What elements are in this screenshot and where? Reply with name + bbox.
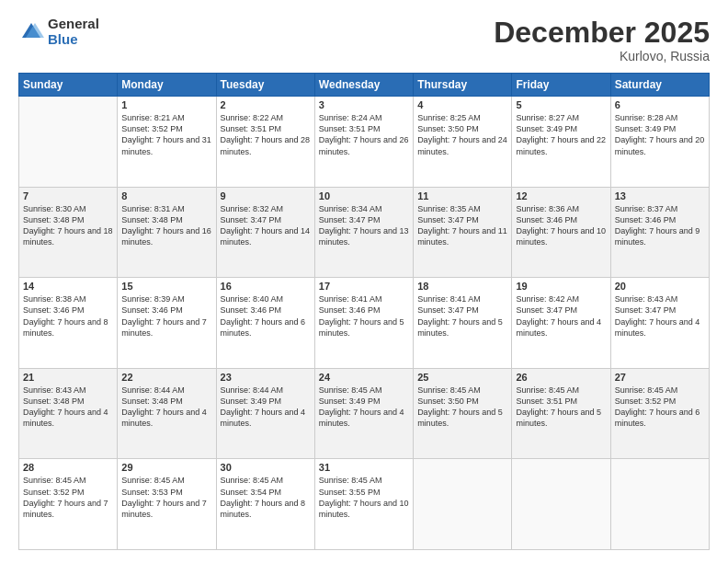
table-row: 19Sunrise: 8:42 AMSunset: 3:47 PMDayligh… — [512, 278, 610, 369]
table-row: 16Sunrise: 8:40 AMSunset: 3:46 PMDayligh… — [216, 278, 314, 369]
table-row: 6Sunrise: 8:28 AMSunset: 3:49 PMDaylight… — [610, 97, 709, 188]
table-row: 15Sunrise: 8:39 AMSunset: 3:46 PMDayligh… — [118, 278, 216, 369]
table-row: 12Sunrise: 8:36 AMSunset: 3:46 PMDayligh… — [512, 187, 610, 278]
day-number: 26 — [516, 372, 606, 383]
col-sunday: Sunday — [19, 74, 118, 97]
day-number: 17 — [319, 281, 409, 292]
header-row: Sunday Monday Tuesday Wednesday Thursday… — [19, 74, 710, 97]
day-number: 5 — [516, 99, 606, 110]
cell-info: Sunrise: 8:21 AMSunset: 3:52 PMDaylight:… — [121, 112, 211, 157]
day-number: 14 — [23, 281, 113, 292]
col-thursday: Thursday — [414, 74, 512, 97]
cell-info: Sunrise: 8:45 AMSunset: 3:49 PMDaylight:… — [319, 385, 409, 430]
day-number: 15 — [121, 281, 211, 292]
table-row: 17Sunrise: 8:41 AMSunset: 3:46 PMDayligh… — [314, 278, 413, 369]
table-row: 23Sunrise: 8:44 AMSunset: 3:49 PMDayligh… — [216, 368, 314, 459]
cell-info: Sunrise: 8:41 AMSunset: 3:47 PMDaylight:… — [417, 293, 507, 339]
table-row: 21Sunrise: 8:43 AMSunset: 3:48 PMDayligh… — [19, 368, 118, 459]
cell-info: Sunrise: 8:45 AMSunset: 3:53 PMDaylight:… — [121, 475, 211, 520]
day-number: 11 — [417, 190, 507, 201]
cell-info: Sunrise: 8:38 AMSunset: 3:46 PMDaylight:… — [23, 293, 113, 339]
table-row — [414, 459, 512, 550]
day-number: 12 — [516, 190, 606, 201]
logo-general-text: General — [48, 17, 99, 32]
logo: General Blue — [18, 17, 99, 47]
cell-info: Sunrise: 8:45 AMSunset: 3:52 PMDaylight:… — [615, 385, 705, 430]
cell-info: Sunrise: 8:30 AMSunset: 3:48 PMDaylight:… — [23, 203, 113, 248]
cell-info: Sunrise: 8:44 AMSunset: 3:49 PMDaylight:… — [221, 385, 311, 430]
table-row: 11Sunrise: 8:35 AMSunset: 3:47 PMDayligh… — [414, 187, 512, 278]
location: Kurlovo, Russia — [494, 49, 710, 63]
day-number: 29 — [121, 462, 211, 473]
table-row: 1Sunrise: 8:21 AMSunset: 3:52 PMDaylight… — [118, 97, 216, 188]
calendar-week-4: 21Sunrise: 8:43 AMSunset: 3:48 PMDayligh… — [19, 368, 710, 459]
table-row — [512, 459, 610, 550]
col-wednesday: Wednesday — [314, 74, 413, 97]
logo-icon — [18, 19, 44, 45]
cell-info: Sunrise: 8:42 AMSunset: 3:47 PMDaylight:… — [516, 293, 606, 339]
cell-info: Sunrise: 8:45 AMSunset: 3:50 PMDaylight:… — [417, 385, 507, 430]
day-number: 21 — [23, 372, 113, 383]
day-number: 10 — [319, 190, 409, 201]
day-number: 31 — [319, 462, 409, 473]
table-row: 10Sunrise: 8:34 AMSunset: 3:47 PMDayligh… — [314, 187, 413, 278]
day-number: 8 — [121, 190, 211, 201]
day-number: 4 — [417, 99, 507, 110]
cell-info: Sunrise: 8:45 AMSunset: 3:55 PMDaylight:… — [319, 475, 409, 520]
cell-info: Sunrise: 8:39 AMSunset: 3:46 PMDaylight:… — [121, 293, 211, 339]
cell-info: Sunrise: 8:36 AMSunset: 3:46 PMDaylight:… — [516, 203, 606, 248]
day-number: 28 — [23, 462, 113, 473]
cell-info: Sunrise: 8:43 AMSunset: 3:48 PMDaylight:… — [23, 385, 113, 430]
top-section: General Blue December 2025 Kurlovo, Russ… — [18, 17, 710, 63]
cell-info: Sunrise: 8:24 AMSunset: 3:51 PMDaylight:… — [319, 112, 409, 157]
day-number: 13 — [615, 190, 705, 201]
table-row — [19, 97, 118, 188]
table-row: 3Sunrise: 8:24 AMSunset: 3:51 PMDaylight… — [314, 97, 413, 188]
table-row — [610, 459, 709, 550]
table-row: 25Sunrise: 8:45 AMSunset: 3:50 PMDayligh… — [414, 368, 512, 459]
table-row: 18Sunrise: 8:41 AMSunset: 3:47 PMDayligh… — [414, 278, 512, 369]
day-number: 7 — [23, 190, 113, 201]
day-number: 24 — [319, 372, 409, 383]
day-number: 27 — [615, 372, 705, 383]
day-number: 2 — [221, 99, 311, 110]
table-row: 5Sunrise: 8:27 AMSunset: 3:49 PMDaylight… — [512, 97, 610, 188]
cell-info: Sunrise: 8:40 AMSunset: 3:46 PMDaylight:… — [221, 293, 311, 339]
day-number: 18 — [417, 281, 507, 292]
col-monday: Monday — [118, 74, 216, 97]
day-number: 25 — [417, 372, 507, 383]
day-number: 23 — [221, 372, 311, 383]
table-row: 20Sunrise: 8:43 AMSunset: 3:47 PMDayligh… — [610, 278, 709, 369]
table-row: 9Sunrise: 8:32 AMSunset: 3:47 PMDaylight… — [216, 187, 314, 278]
calendar-week-5: 28Sunrise: 8:45 AMSunset: 3:52 PMDayligh… — [19, 459, 710, 550]
col-tuesday: Tuesday — [216, 74, 314, 97]
logo-blue-text: Blue — [48, 32, 99, 48]
cell-info: Sunrise: 8:35 AMSunset: 3:47 PMDaylight:… — [417, 203, 507, 248]
calendar-week-1: 1Sunrise: 8:21 AMSunset: 3:52 PMDaylight… — [19, 97, 710, 188]
table-row: 30Sunrise: 8:45 AMSunset: 3:54 PMDayligh… — [216, 459, 314, 550]
table-row: 13Sunrise: 8:37 AMSunset: 3:46 PMDayligh… — [610, 187, 709, 278]
table-row: 28Sunrise: 8:45 AMSunset: 3:52 PMDayligh… — [19, 459, 118, 550]
col-friday: Friday — [512, 74, 610, 97]
table-row: 8Sunrise: 8:31 AMSunset: 3:48 PMDaylight… — [118, 187, 216, 278]
title-section: December 2025 Kurlovo, Russia — [494, 17, 710, 63]
day-number: 1 — [121, 99, 211, 110]
col-saturday: Saturday — [610, 74, 709, 97]
day-number: 22 — [121, 372, 211, 383]
cell-info: Sunrise: 8:27 AMSunset: 3:49 PMDaylight:… — [516, 112, 606, 157]
cell-info: Sunrise: 8:37 AMSunset: 3:46 PMDaylight:… — [615, 203, 705, 248]
table-row: 26Sunrise: 8:45 AMSunset: 3:51 PMDayligh… — [512, 368, 610, 459]
table-row: 7Sunrise: 8:30 AMSunset: 3:48 PMDaylight… — [19, 187, 118, 278]
day-number: 3 — [319, 99, 409, 110]
table-row: 2Sunrise: 8:22 AMSunset: 3:51 PMDaylight… — [216, 97, 314, 188]
calendar-week-2: 7Sunrise: 8:30 AMSunset: 3:48 PMDaylight… — [19, 187, 710, 278]
cell-info: Sunrise: 8:25 AMSunset: 3:50 PMDaylight:… — [417, 112, 507, 157]
cell-info: Sunrise: 8:44 AMSunset: 3:48 PMDaylight:… — [121, 385, 211, 430]
cell-info: Sunrise: 8:32 AMSunset: 3:47 PMDaylight:… — [221, 203, 311, 248]
month-title: December 2025 — [494, 17, 710, 49]
table-row: 27Sunrise: 8:45 AMSunset: 3:52 PMDayligh… — [610, 368, 709, 459]
day-number: 30 — [221, 462, 311, 473]
table-row: 4Sunrise: 8:25 AMSunset: 3:50 PMDaylight… — [414, 97, 512, 188]
cell-info: Sunrise: 8:43 AMSunset: 3:47 PMDaylight:… — [615, 293, 705, 339]
day-number: 6 — [615, 99, 705, 110]
